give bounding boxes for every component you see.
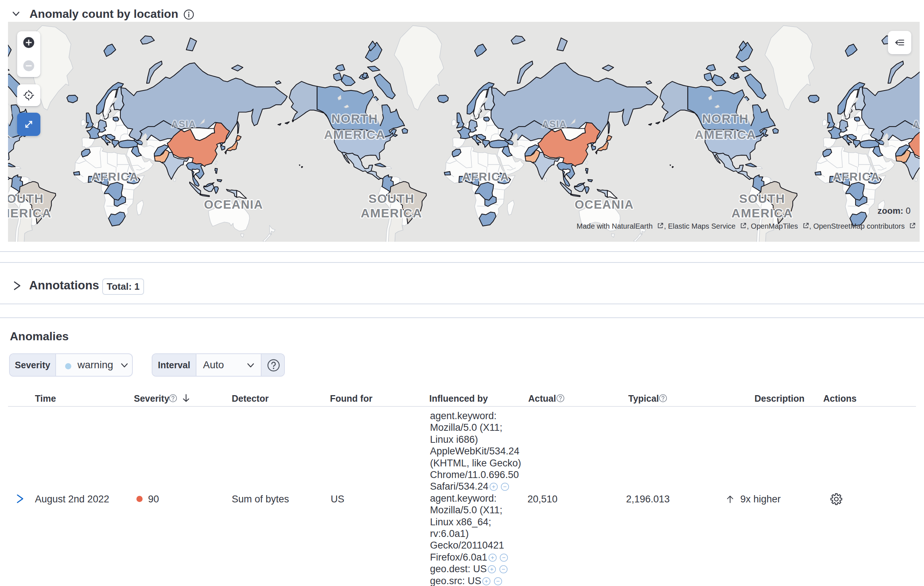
svg-text:SOUTH: SOUTH	[368, 192, 415, 206]
svg-text:SOUTH: SOUTH	[8, 192, 44, 206]
svg-text:SOUTH: SOUTH	[739, 192, 785, 206]
svg-text:AMERICA: AMERICA	[324, 128, 385, 142]
svg-text:AMERICA: AMERICA	[731, 206, 793, 220]
svg-text:AMERICA: AMERICA	[360, 206, 422, 220]
svg-text:AMERICA: AMERICA	[8, 206, 52, 220]
svg-text:ASIA: ASIA	[542, 119, 567, 129]
svg-text:ASIA: ASIA	[172, 119, 196, 129]
svg-text:AFRICA: AFRICA	[91, 170, 139, 183]
svg-text:AFRICA: AFRICA	[462, 170, 509, 183]
svg-text:AMERICA: AMERICA	[695, 128, 756, 142]
svg-text:NORTH: NORTH	[702, 112, 749, 125]
svg-text:OCEANIA: OCEANIA	[204, 198, 263, 211]
svg-text:ASIA: ASIA	[913, 119, 920, 129]
svg-text:AFRICA: AFRICA	[833, 170, 880, 183]
svg-text:OCEANIA: OCEANIA	[575, 198, 634, 211]
svg-text:NORTH: NORTH	[332, 112, 378, 125]
